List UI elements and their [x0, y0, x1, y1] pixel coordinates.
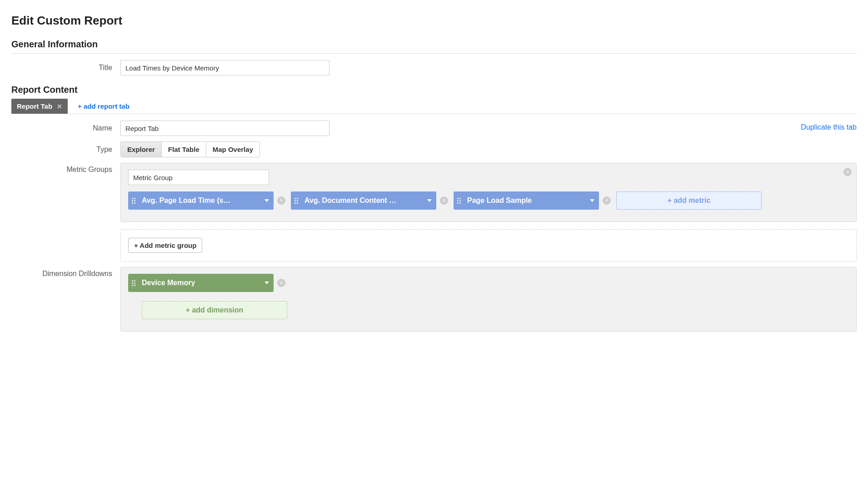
remove-dimension-button[interactable]: ✕: [277, 279, 285, 287]
type-label: Type: [11, 146, 120, 154]
metric-chip-page-load-sample[interactable]: Page Load Sample: [454, 191, 599, 210]
metric-chip-label: Avg. Page Load Time (s…: [142, 196, 262, 205]
remove-metric-button[interactable]: ✕: [603, 196, 611, 205]
drag-handle-icon[interactable]: [294, 196, 300, 205]
title-label: Title: [11, 64, 120, 72]
metric-chip-label: Page Load Sample: [467, 196, 587, 205]
drag-handle-icon[interactable]: [457, 196, 463, 205]
name-label: Name: [11, 124, 120, 132]
report-title-input[interactable]: [120, 60, 329, 75]
type-flat-table-button[interactable]: Flat Table: [162, 142, 206, 157]
dimension-panel: Device Memory ✕ + add dimension: [120, 267, 857, 332]
add-metric-group-button[interactable]: + Add metric group: [128, 238, 202, 253]
chevron-down-icon: [264, 199, 269, 202]
metric-groups-label: Metric Groups: [11, 163, 120, 174]
tab-report-label: Report Tab: [17, 102, 52, 110]
report-tabs-bar: Report Tab ✕ + add report tab: [11, 99, 857, 114]
metric-chip-avg-doc-content[interactable]: Avg. Document Content …: [291, 191, 436, 210]
dimension-chip-row: Device Memory ✕: [128, 274, 849, 297]
dimension-chip-device-memory[interactable]: Device Memory: [128, 274, 274, 292]
remove-metric-button[interactable]: ✕: [277, 196, 285, 205]
remove-metric-button[interactable]: ✕: [440, 196, 448, 205]
add-dimension-button[interactable]: + add dimension: [142, 301, 287, 319]
add-metric-group-panel: + Add metric group: [120, 229, 857, 262]
close-icon[interactable]: ✕: [57, 103, 62, 110]
metric-chip-avg-page-load[interactable]: Avg. Page Load Time (s…: [128, 191, 274, 210]
chevron-down-icon: [427, 199, 432, 202]
type-explorer-button[interactable]: Explorer: [121, 142, 162, 157]
drag-handle-icon[interactable]: [132, 279, 137, 287]
divider: [11, 53, 857, 54]
section-general-heading: General Information: [11, 39, 857, 50]
section-content-heading: Report Content: [11, 85, 857, 95]
chevron-down-icon: [264, 282, 269, 284]
type-button-group: Explorer Flat Table Map Overlay: [120, 141, 260, 157]
drag-handle-icon[interactable]: [132, 196, 137, 205]
type-map-overlay-button[interactable]: Map Overlay: [206, 142, 259, 157]
chevron-down-icon: [590, 199, 594, 202]
remove-metric-group-button[interactable]: ✕: [843, 168, 852, 176]
tab-name-input[interactable]: [120, 121, 329, 136]
dimension-drilldowns-label: Dimension Drilldowns: [11, 267, 120, 278]
metric-chip-row: Avg. Page Load Time (s… ✕ Avg. Document …: [128, 191, 849, 214]
page-title: Edit Custom Report: [11, 14, 857, 28]
add-metric-button[interactable]: + add metric: [616, 191, 762, 210]
metric-chip-label: Avg. Document Content …: [304, 196, 424, 205]
dimension-chip-label: Device Memory: [142, 279, 262, 287]
duplicate-tab-link[interactable]: Duplicate this tab: [801, 123, 857, 131]
metric-group-panel: ✕ Avg. Page Load Time (s… ✕ Avg. Documen…: [120, 163, 857, 222]
tab-report[interactable]: Report Tab ✕: [11, 99, 68, 114]
metric-group-name-input[interactable]: [128, 170, 269, 185]
add-report-tab-button[interactable]: + add report tab: [76, 99, 131, 114]
